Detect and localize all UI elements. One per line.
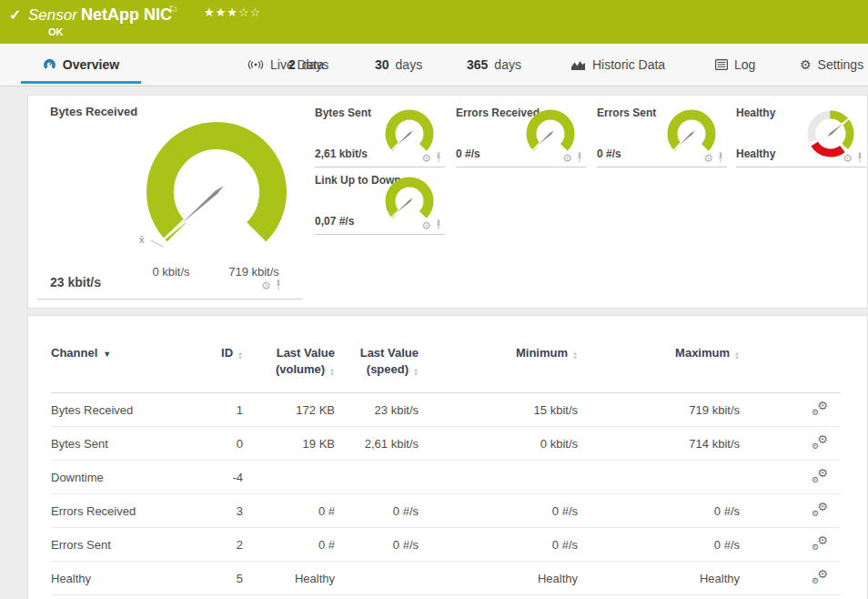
column-header-last-value-speed[interactable]: Last Value(speed)▲▼	[340, 340, 424, 393]
gear-icon[interactable]: ⚙	[562, 153, 572, 164]
channel-id: 0	[183, 427, 248, 461]
tab-number: 365	[467, 57, 488, 72]
gauge-actions: ⚙	[562, 152, 584, 164]
gear-icon[interactable]: ⚙	[843, 153, 853, 164]
channel-value: 2,61 kbit/s	[315, 147, 368, 160]
tab-historic-data[interactable]: Historic Data	[570, 44, 665, 86]
column-header-channel[interactable]: Channel▼	[51, 340, 183, 393]
channel-settings-icon[interactable]: ⚙⚙	[812, 570, 828, 584]
minimum-value: 0,04 #/s	[424, 595, 583, 599]
minimum-value: 0 #/s	[424, 528, 583, 562]
pin-icon[interactable]	[575, 152, 584, 164]
gauge-icon	[43, 58, 56, 72]
last-value-speed: 23 kbit/s	[340, 393, 424, 427]
channel-name: Errors Received	[51, 494, 183, 528]
pin-icon[interactable]	[434, 152, 443, 164]
tab-30-days[interactable]: 30 days	[375, 44, 422, 86]
pin-icon[interactable]	[274, 279, 283, 291]
bytes-received-gauge	[144, 119, 289, 247]
table-row[interactable]: Bytes Sent 0 19 KB 2,61 kbit/s 0 kbit/s …	[51, 427, 841, 461]
overview-gauges-panel: Bytes Received x̄ 0 kbit/s 719 kbit/s 23…	[27, 95, 868, 309]
pin-icon[interactable]	[716, 152, 725, 164]
channel-settings-icon[interactable]: ⚙⚙	[812, 401, 828, 415]
channel-settings-icon[interactable]: ⚙⚙	[812, 469, 828, 482]
channel-value: Healthy	[736, 147, 775, 160]
sort-icon: ▲▼	[572, 351, 578, 360]
column-header-id[interactable]: ID▲▼	[183, 340, 248, 393]
last-value-speed: 2,61 kbit/s	[340, 427, 424, 461]
object-kind-label: Sensor	[28, 6, 77, 25]
minimum-value: 15 kbit/s	[424, 393, 583, 427]
header-label: Minimum	[516, 346, 568, 360]
table-header-row: Channel▼ ID▲▼ Last Value(volume)▲▼ Last …	[51, 340, 841, 393]
column-header-last-value-volume[interactable]: Last Value(volume)▲▼	[248, 340, 340, 393]
minimum-value: Healthy	[424, 562, 583, 595]
gear-icon[interactable]: ⚙	[421, 220, 431, 231]
table-row[interactable]: Errors Received 3 0 # 0 #/s 0 #/s 0 #/s …	[51, 494, 841, 528]
gauge-cell-errors-received: Errors Received 0 #/s ⚙	[456, 103, 586, 168]
gear-icon[interactable]: ⚙	[421, 153, 431, 164]
last-value-volume	[248, 461, 340, 494]
tab-number: 30	[375, 57, 389, 72]
maximum-value: 714 kbit/s	[583, 427, 745, 461]
tab-365-days[interactable]: 365 days	[467, 44, 521, 86]
maximum-value: 0 #/s	[583, 494, 745, 528]
gauge-actions: ⚙	[703, 152, 725, 164]
channel-name: Errors Sent	[51, 528, 183, 562]
gear-icon[interactable]: ⚙	[261, 280, 271, 291]
gauge-cell-errors-sent: Errors Sent 0 #/s ⚙	[597, 103, 727, 168]
last-value-speed	[340, 461, 424, 494]
sensor-header: ✓ Sensor NetApp NIC ⚐ ★★★☆☆ OK	[0, 0, 868, 44]
channel-id: -4	[183, 461, 248, 494]
flag-icon[interactable]: ⚐	[168, 4, 178, 16]
channel-title: Errors Sent	[597, 107, 656, 119]
tab-label: Settings	[818, 57, 864, 72]
column-header-minimum[interactable]: Minimum▲▼	[424, 340, 583, 393]
table-row[interactable]: Healthy 5 Healthy Healthy Healthy ⚙⚙	[51, 562, 841, 595]
table-row[interactable]: Errors Sent 2 0 # 0 #/s 0 #/s 0 #/s ⚙⚙	[51, 528, 841, 562]
channel-name: Healthy	[51, 562, 183, 595]
gauge-actions: ⚙	[261, 279, 283, 291]
maximum-value: 719 kbit/s	[583, 393, 745, 427]
channel-settings-icon[interactable]: ⚙⚙	[812, 503, 828, 516]
channel-settings-icon[interactable]: ⚙⚙	[812, 435, 828, 449]
header-label: Last Value	[340, 345, 419, 361]
table-row[interactable]: Bytes Received 1 172 KB 23 kbit/s 15 kbi…	[51, 393, 841, 427]
gear-icon[interactable]: ⚙	[703, 153, 713, 164]
maximum-value: 4,08 #/s	[583, 595, 745, 599]
channel-id: 2	[183, 528, 248, 562]
channel-settings-icon[interactable]: ⚙⚙	[812, 536, 828, 550]
status-ok-check-icon: ✓	[9, 6, 21, 24]
primary-channel-value: 23 kbit/s	[50, 275, 101, 289]
channel-id: 5	[183, 562, 248, 595]
priority-stars[interactable]: ★★★☆☆	[204, 5, 261, 19]
channel-value: 0 #/s	[597, 147, 621, 160]
tab-2-days[interactable]: 2 days	[288, 44, 328, 86]
last-value-volume: 0 #	[248, 528, 340, 562]
sensor-title: NetApp NIC	[81, 5, 172, 25]
tab-bar: Overview Live Data 2 days 30 days 365 da…	[0, 44, 868, 86]
gauge-scale-min: 0 kbit/s	[130, 265, 212, 279]
tab-label: days	[494, 57, 521, 72]
pin-icon[interactable]	[434, 219, 443, 231]
gauge-cell-bytes-sent: Bytes Sent 2,61 kbit/s ⚙	[315, 103, 445, 168]
gauge-scale-max: 719 kbit/s	[213, 265, 295, 279]
table-row[interactable]: Downtime -4 ⚙⚙	[51, 461, 841, 494]
sort-icon: ▲▼	[734, 351, 740, 360]
column-header-settings	[745, 340, 841, 393]
sort-icon: ▲▼	[413, 368, 419, 377]
pin-icon[interactable]	[855, 152, 864, 164]
channel-table: Channel▼ ID▲▼ Last Value(volume)▲▼ Last …	[51, 340, 841, 599]
tab-settings[interactable]: ⚙ Settings	[800, 44, 863, 86]
minimum-value	[424, 461, 583, 494]
tab-overview[interactable]: Overview	[21, 44, 141, 86]
column-header-maximum[interactable]: Maximum▲▼	[583, 340, 745, 393]
tab-log[interactable]: Log	[715, 44, 755, 86]
sort-desc-icon: ▼	[103, 350, 111, 359]
minimum-value: 0 kbit/s	[424, 427, 583, 461]
channel-id: 3	[183, 494, 248, 528]
table-row[interactable]: Link Up to Down 4 4 # 0,07 #/s 0,04 #/s …	[51, 595, 841, 599]
channel-table-panel: Channel▼ ID▲▼ Last Value(volume)▲▼ Last …	[27, 315, 868, 599]
gauge-actions: ⚙	[421, 152, 443, 164]
channel-name: Bytes Sent	[51, 427, 183, 461]
